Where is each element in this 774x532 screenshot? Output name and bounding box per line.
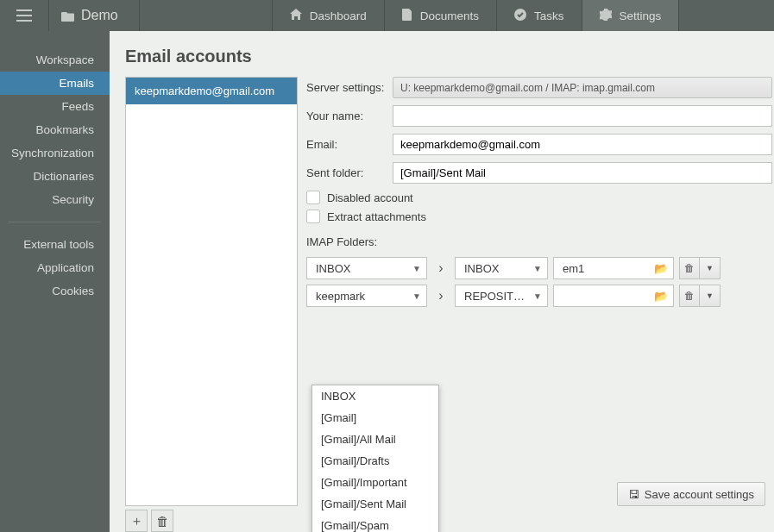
save-account-settings-button[interactable]: 🖫 Save account settings: [617, 482, 765, 506]
nav-spacer: [139, 0, 272, 31]
remote-folder-select[interactable]: INBOX▼: [306, 257, 427, 279]
sidebar-item-dictionaries[interactable]: Dictionaries: [0, 165, 110, 188]
nav-documents-label: Documents: [420, 9, 479, 22]
nav-tasks[interactable]: Tasks: [496, 0, 582, 31]
content-body: keepmarkdemo@gmail.com ＋ 🗑 Server settin…: [125, 77, 774, 532]
caret-down-icon: ▼: [533, 264, 542, 273]
project-label: Demo: [81, 8, 118, 23]
arrow-right-icon: ›: [432, 260, 450, 276]
trash-icon: 🗑: [156, 514, 169, 529]
target-type-value: REPOSIT…: [464, 290, 525, 303]
caret-down-icon: ▼: [706, 264, 714, 272]
main-area: WorkspaceEmailsFeedsBookmarksSynchroniza…: [0, 31, 774, 532]
local-path-field[interactable]: 📂: [553, 285, 674, 307]
sidebar-item-workspace[interactable]: Workspace: [0, 48, 110, 72]
dropdown-option[interactable]: [Gmail]/Spam: [312, 515, 438, 532]
arrow-right-icon: ›: [432, 288, 450, 304]
sent-folder-input[interactable]: [393, 162, 772, 184]
nav-dashboard-label: Dashboard: [310, 9, 367, 22]
folder-open-icon[interactable]: 📂: [654, 290, 668, 303]
nav-tasks-label: Tasks: [534, 9, 564, 22]
nav-settings-label: Settings: [620, 9, 662, 22]
nav-settings[interactable]: Settings: [582, 0, 680, 31]
nav-dashboard[interactable]: Dashboard: [272, 0, 384, 31]
accounts-toolbar: ＋ 🗑: [125, 510, 298, 532]
page-title: Email accounts: [125, 47, 774, 66]
disabled-account-checkbox[interactable]: [306, 191, 320, 204]
form-area: Server settings: U: keepmarkdemo@gmail.c…: [306, 77, 774, 532]
sidebar-item-external-tools[interactable]: External tools: [0, 233, 110, 256]
svg-rect-0: [16, 9, 32, 11]
nav-dashboard-icon: [290, 9, 302, 23]
accounts-column: keepmarkdemo@gmail.com ＋ 🗑: [125, 77, 298, 532]
dropdown-option[interactable]: [Gmail]/Important: [312, 472, 438, 493]
target-type-select[interactable]: INBOX▼: [455, 257, 548, 279]
add-account-button[interactable]: ＋: [125, 510, 148, 532]
save-button-label: Save account settings: [645, 488, 754, 501]
project-tab[interactable]: Demo: [48, 0, 139, 31]
caret-down-icon: ▼: [412, 291, 421, 301]
delete-account-button[interactable]: 🗑: [151, 510, 173, 532]
nav-documents-icon: [402, 9, 412, 23]
your-name-input[interactable]: [393, 105, 772, 127]
local-path-field[interactable]: em1📂: [553, 257, 674, 279]
your-name-label: Your name:: [306, 110, 393, 122]
local-path-value: em1: [563, 262, 584, 275]
trash-icon: 🗑: [684, 262, 695, 274]
sidebar-item-bookmarks[interactable]: Bookmarks: [0, 118, 110, 141]
plus-icon: ＋: [130, 513, 143, 529]
caret-down-icon: ▼: [533, 291, 542, 301]
row-delete-button[interactable]: 🗑: [679, 257, 700, 279]
sidebar-item-synchronization[interactable]: Synchronization: [0, 141, 110, 165]
caret-down-icon: ▼: [412, 264, 421, 273]
folder-open-icon[interactable]: 📂: [654, 262, 668, 275]
imap-folder-row: keepmark▼›REPOSIT…▼📂🗑▼: [306, 285, 772, 307]
accounts-list: keepmarkdemo@gmail.com: [125, 77, 298, 506]
sidebar-item-application[interactable]: Application: [0, 256, 110, 279]
nav-documents[interactable]: Documents: [384, 0, 496, 31]
trash-icon: 🗑: [684, 290, 695, 302]
disabled-account-label: Disabled account: [327, 191, 413, 204]
sidebar-divider: [9, 222, 101, 222]
nav-settings-icon: [600, 9, 612, 23]
row-more-button[interactable]: ▼: [700, 285, 721, 307]
email-input[interactable]: [393, 134, 772, 155]
extract-attachments-label: Extract attachments: [327, 210, 426, 223]
extract-attachments-checkbox[interactable]: [306, 210, 320, 223]
dropdown-option[interactable]: [Gmail]: [312, 407, 438, 429]
sidebar-item-emails[interactable]: Emails: [0, 72, 110, 95]
svg-rect-1: [16, 15, 32, 16]
target-type-value: INBOX: [464, 262, 499, 275]
dropdown-option[interactable]: [Gmail]/All Mail: [312, 429, 438, 450]
folder-icon: [61, 10, 74, 22]
sent-folder-label: Sent folder:: [306, 166, 393, 179]
remote-folder-value: keepmark: [316, 290, 365, 303]
topbar: Demo DashboardDocumentsTasksSettings: [0, 0, 774, 31]
dropdown-option[interactable]: [Gmail]/Sent Mail: [312, 493, 438, 515]
remote-folder-dropdown[interactable]: INBOX[Gmail][Gmail]/All Mail[Gmail]/Draf…: [311, 385, 439, 532]
dropdown-option[interactable]: [Gmail]/Drafts: [312, 450, 438, 472]
target-type-select[interactable]: REPOSIT…▼: [455, 285, 548, 307]
save-icon: 🖫: [628, 488, 639, 501]
hamburger-menu[interactable]: [0, 0, 48, 31]
server-settings-button[interactable]: U: keepmarkdemo@gmail.com / IMAP: imap.g…: [393, 77, 772, 98]
sidebar-item-feeds[interactable]: Feeds: [0, 95, 110, 118]
remote-folder-value: INBOX: [316, 262, 350, 275]
account-item[interactable]: keepmarkdemo@gmail.com: [126, 78, 297, 104]
hamburger-icon: [16, 9, 32, 22]
row-delete-button[interactable]: 🗑: [679, 285, 700, 307]
row-actions: 🗑▼: [679, 285, 721, 307]
sidebar-item-cookies[interactable]: Cookies: [0, 279, 110, 303]
remote-folder-select[interactable]: keepmark▼: [306, 285, 427, 307]
row-more-button[interactable]: ▼: [700, 257, 721, 279]
row-actions: 🗑▼: [679, 257, 721, 279]
svg-rect-2: [16, 20, 32, 22]
content: Email accounts keepmarkdemo@gmail.com ＋ …: [110, 31, 774, 532]
email-label: Email:: [306, 138, 393, 151]
caret-down-icon: ▼: [706, 291, 714, 300]
dropdown-option[interactable]: INBOX: [312, 385, 438, 407]
server-settings-label: Server settings:: [306, 81, 393, 94]
sidebar: WorkspaceEmailsFeedsBookmarksSynchroniza…: [0, 31, 110, 532]
sidebar-item-security[interactable]: Security: [0, 188, 110, 211]
nav-tasks-icon: [514, 9, 526, 23]
